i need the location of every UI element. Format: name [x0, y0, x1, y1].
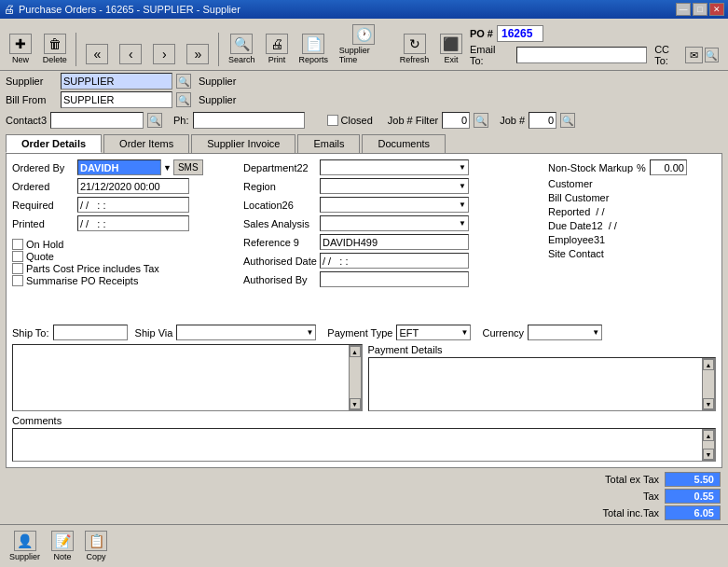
- minimize-button[interactable]: —: [676, 3, 691, 16]
- payment-scrollbar[interactable]: ▲ ▼: [702, 358, 715, 410]
- job-input[interactable]: [529, 112, 556, 129]
- comments-textarea[interactable]: [13, 429, 702, 461]
- new-button[interactable]: ✚ New: [6, 32, 35, 66]
- location-row: Location26 ▼: [243, 197, 541, 213]
- exit-button[interactable]: ⬛ Exit: [436, 32, 466, 66]
- sms-button[interactable]: SMS: [173, 159, 203, 175]
- currency-dropdown[interactable]: ▼: [528, 325, 602, 340]
- summarise-checkbox[interactable]: [12, 275, 23, 286]
- sales-dropdown[interactable]: ▼: [320, 215, 469, 231]
- ship-to-label: Ship To:: [12, 327, 49, 339]
- job-filter-label: Job # Filter: [388, 115, 438, 126]
- payment-type-dropdown[interactable]: EFT▼: [396, 325, 471, 340]
- cc-search-button[interactable]: 🔍: [705, 48, 719, 62]
- employee-label: Employee31: [548, 234, 605, 245]
- contact-search-button[interactable]: 🔍: [147, 113, 162, 128]
- location-dropdown[interactable]: ▼: [320, 197, 469, 213]
- nav-prev-button[interactable]: ‹: [116, 42, 145, 66]
- reports-button[interactable]: 📄 Reports: [295, 32, 332, 66]
- on-hold-checkbox[interactable]: [12, 239, 23, 250]
- job-filter-search-button[interactable]: 🔍: [474, 113, 488, 128]
- tab-supplier-invoice[interactable]: Supplier Invoice: [191, 134, 295, 153]
- supplier-input[interactable]: [61, 73, 172, 90]
- dropdown-arrow-ordered-by[interactable]: ▼: [163, 163, 172, 173]
- title-bar: 🖨 Purchase Orders - 16265 - SUPPLIER - S…: [0, 0, 728, 19]
- auth-date-input[interactable]: [320, 253, 469, 269]
- contact-input[interactable]: [50, 112, 144, 129]
- customer-row: Customer: [548, 178, 716, 189]
- ship-to-scrollbar[interactable]: ▲ ▼: [349, 345, 362, 410]
- ship-to-textarea[interactable]: [13, 345, 349, 410]
- closed-checkbox[interactable]: [327, 115, 338, 126]
- ph-input[interactable]: [193, 112, 305, 129]
- supplier-bottom-button[interactable]: 👤 Supplier: [6, 529, 44, 563]
- job-search-button[interactable]: 🔍: [560, 113, 575, 128]
- ordered-input[interactable]: [77, 178, 189, 194]
- ordered-label: Ordered: [12, 181, 76, 192]
- supplier-time-button[interactable]: 🕐 Supplier Time: [336, 22, 393, 66]
- comments-scrollbar-up-btn[interactable]: ▲: [703, 430, 714, 441]
- pay-scrollbar-down-btn[interactable]: ▼: [703, 398, 714, 409]
- ship-to-textarea-container: ▲ ▼: [12, 344, 363, 411]
- comments-label: Comments: [12, 415, 62, 426]
- quote-checkbox[interactable]: [12, 251, 23, 262]
- auth-by-label: Authorised By: [243, 274, 318, 285]
- separator2: [218, 33, 219, 66]
- required-input[interactable]: [77, 197, 189, 213]
- email-to-input[interactable]: [516, 47, 647, 63]
- comments-scrollbar-down-btn[interactable]: ▼: [703, 449, 714, 460]
- scrollbar-down-btn[interactable]: ▼: [350, 398, 361, 409]
- ship-via-dropdown[interactable]: ▼: [176, 325, 316, 340]
- dept-dropdown[interactable]: ▼: [320, 159, 469, 175]
- tab-documents[interactable]: Documents: [362, 134, 446, 153]
- bill-from-name: Supplier: [199, 94, 236, 105]
- note-icon: 📝: [51, 531, 74, 551]
- note-button[interactable]: 📝 Note: [48, 529, 77, 563]
- markup-label: Non-Stock Markup: [548, 162, 633, 173]
- po-label: PO #: [470, 28, 493, 39]
- markup-input[interactable]: [650, 159, 687, 175]
- print-icon: 🖨: [266, 34, 288, 54]
- bill-from-row: Bill From 🔍 Supplier: [6, 91, 722, 108]
- tab-emails[interactable]: Emails: [297, 134, 360, 153]
- toolbar: ✚ New 🗑 Delete « ‹ › » 🔍 Search 🖨 Print: [0, 19, 728, 71]
- ref-label: Reference 9: [243, 237, 318, 248]
- search-button[interactable]: 🔍 Search: [225, 32, 258, 66]
- reported-value: / /: [596, 206, 604, 217]
- contact-label: Contact3: [6, 115, 47, 126]
- maximize-button[interactable]: □: [693, 3, 707, 16]
- nav-first-button[interactable]: «: [82, 42, 112, 66]
- comments-scrollbar-track: [703, 441, 714, 449]
- print-button[interactable]: 🖨 Print: [262, 32, 292, 66]
- po-value: 16265: [497, 25, 543, 42]
- delete-button[interactable]: 🗑 Delete: [39, 32, 70, 66]
- comments-scrollbar[interactable]: ▲ ▼: [702, 429, 715, 461]
- close-button[interactable]: ✕: [709, 3, 724, 16]
- nav-last-button[interactable]: »: [183, 42, 213, 66]
- cc-email-icon[interactable]: ✉: [685, 47, 703, 63]
- tab-order-details[interactable]: Order Details: [6, 134, 102, 153]
- location-label: Location26: [243, 200, 318, 211]
- tab-order-items[interactable]: Order Items: [103, 134, 189, 153]
- bill-customer-row: Bill Customer: [548, 192, 716, 203]
- ref-input[interactable]: [320, 234, 469, 250]
- scrollbar-up-btn[interactable]: ▲: [350, 346, 361, 357]
- bill-from-search-button[interactable]: 🔍: [176, 92, 191, 107]
- nav-next-button[interactable]: ›: [149, 42, 179, 66]
- ordered-by-input[interactable]: [77, 159, 161, 175]
- printed-input[interactable]: [77, 215, 189, 231]
- region-dropdown[interactable]: ▼: [320, 178, 469, 194]
- copy-icon: 📋: [85, 531, 107, 551]
- ship-to-input[interactable]: [53, 325, 128, 340]
- ship-via-label: Ship Via: [135, 327, 173, 339]
- refresh-button[interactable]: ↻ Refresh: [396, 32, 433, 66]
- parts-cost-label: Parts Cost Price includes Tax: [26, 263, 159, 274]
- job-filter-input[interactable]: [442, 112, 470, 129]
- pay-scrollbar-up-btn[interactable]: ▲: [703, 359, 714, 370]
- bill-from-input[interactable]: [61, 91, 172, 108]
- parts-cost-checkbox[interactable]: [12, 263, 23, 274]
- auth-by-input[interactable]: [320, 271, 469, 287]
- copy-button[interactable]: 📋 Copy: [81, 529, 111, 563]
- payment-details-textarea[interactable]: [369, 358, 703, 410]
- supplier-search-button[interactable]: 🔍: [176, 74, 191, 89]
